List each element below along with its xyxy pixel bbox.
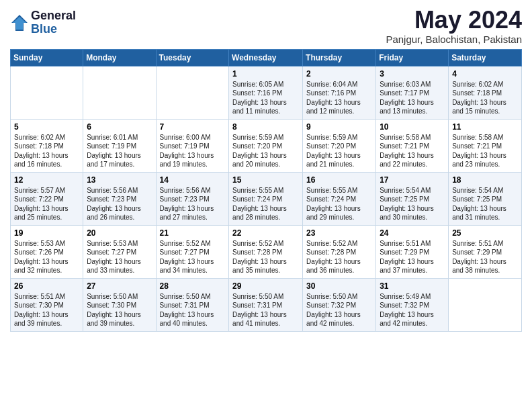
weekday-header-wednesday: Wednesday: [229, 49, 303, 66]
day-number: 9: [306, 122, 372, 132]
calendar-cell: 7Sunrise: 6:00 AM Sunset: 7:19 PM Daylig…: [156, 119, 229, 172]
cell-info: Sunrise: 5:51 AM Sunset: 7:29 PM Dayligh…: [452, 239, 518, 275]
cell-info: Sunrise: 5:56 AM Sunset: 7:23 PM Dayligh…: [87, 186, 152, 222]
cell-info: Sunrise: 5:51 AM Sunset: 7:29 PM Dayligh…: [380, 239, 445, 275]
weekday-header-friday: Friday: [376, 49, 449, 66]
day-number: 21: [160, 228, 226, 238]
day-number: 23: [306, 228, 372, 238]
day-number: 16: [306, 175, 372, 185]
calendar-cell: 22Sunrise: 5:52 AM Sunset: 7:28 PM Dayli…: [229, 225, 303, 278]
calendar-cell: 20Sunrise: 5:53 AM Sunset: 7:27 PM Dayli…: [83, 225, 156, 278]
location: Panjgur, Balochistan, Pakistan: [386, 34, 522, 45]
cell-info: Sunrise: 5:55 AM Sunset: 7:24 PM Dayligh…: [306, 186, 372, 222]
day-number: 12: [14, 175, 79, 185]
weekday-header-tuesday: Tuesday: [156, 49, 229, 66]
cell-info: Sunrise: 5:50 AM Sunset: 7:32 PM Dayligh…: [306, 292, 372, 328]
calendar-cell: 21Sunrise: 5:52 AM Sunset: 7:27 PM Dayli…: [156, 225, 229, 278]
calendar-cell: 14Sunrise: 5:56 AM Sunset: 7:23 PM Dayli…: [156, 172, 229, 225]
cell-info: Sunrise: 6:04 AM Sunset: 7:16 PM Dayligh…: [306, 80, 372, 116]
day-number: 18: [452, 175, 518, 185]
calendar-cell: 16Sunrise: 5:55 AM Sunset: 7:24 PM Dayli…: [303, 172, 376, 225]
cell-info: Sunrise: 5:49 AM Sunset: 7:32 PM Dayligh…: [380, 292, 445, 328]
cell-info: Sunrise: 5:58 AM Sunset: 7:21 PM Dayligh…: [380, 133, 445, 169]
calendar-week-row: 19Sunrise: 5:53 AM Sunset: 7:26 PM Dayli…: [11, 225, 522, 278]
calendar-cell: 30Sunrise: 5:50 AM Sunset: 7:32 PM Dayli…: [303, 278, 376, 331]
calendar-week-row: 12Sunrise: 5:57 AM Sunset: 7:22 PM Dayli…: [11, 172, 522, 225]
cell-info: Sunrise: 6:01 AM Sunset: 7:19 PM Dayligh…: [87, 133, 152, 169]
calendar-cell: 10Sunrise: 5:58 AM Sunset: 7:21 PM Dayli…: [376, 119, 449, 172]
cell-info: Sunrise: 5:52 AM Sunset: 7:28 PM Dayligh…: [306, 239, 372, 275]
calendar-cell: 23Sunrise: 5:52 AM Sunset: 7:28 PM Dayli…: [303, 225, 376, 278]
logo-icon: [10, 13, 29, 32]
day-number: 3: [380, 69, 445, 79]
calendar-cell: 17Sunrise: 5:54 AM Sunset: 7:25 PM Dayli…: [376, 172, 449, 225]
calendar-cell: 9Sunrise: 5:59 AM Sunset: 7:20 PM Daylig…: [303, 119, 376, 172]
weekday-header-row: SundayMondayTuesdayWednesdayThursdayFrid…: [11, 49, 522, 66]
cell-info: Sunrise: 5:53 AM Sunset: 7:27 PM Dayligh…: [87, 239, 152, 275]
calendar-cell: 8Sunrise: 5:59 AM Sunset: 7:20 PM Daylig…: [229, 119, 303, 172]
calendar-cell: [449, 278, 522, 331]
cell-info: Sunrise: 5:59 AM Sunset: 7:20 PM Dayligh…: [306, 133, 372, 169]
cell-info: Sunrise: 5:52 AM Sunset: 7:28 PM Dayligh…: [232, 239, 299, 275]
day-number: 8: [232, 122, 299, 132]
cell-info: Sunrise: 5:59 AM Sunset: 7:20 PM Dayligh…: [232, 133, 299, 169]
calendar-cell: 11Sunrise: 5:58 AM Sunset: 7:21 PM Dayli…: [449, 119, 522, 172]
day-number: 24: [380, 228, 445, 238]
cell-info: Sunrise: 5:57 AM Sunset: 7:22 PM Dayligh…: [14, 186, 79, 222]
calendar-cell: 25Sunrise: 5:51 AM Sunset: 7:29 PM Dayli…: [449, 225, 522, 278]
calendar-cell: 6Sunrise: 6:01 AM Sunset: 7:19 PM Daylig…: [83, 119, 156, 172]
day-number: 30: [306, 281, 372, 291]
calendar-cell: 12Sunrise: 5:57 AM Sunset: 7:22 PM Dayli…: [11, 172, 83, 225]
day-number: 29: [232, 281, 299, 291]
day-number: 1: [232, 69, 299, 79]
day-number: 28: [160, 281, 226, 291]
calendar-cell: 26Sunrise: 5:51 AM Sunset: 7:30 PM Dayli…: [11, 278, 83, 331]
month-title: May 2024: [386, 7, 522, 34]
calendar-cell: 3Sunrise: 6:03 AM Sunset: 7:17 PM Daylig…: [376, 66, 449, 119]
cell-info: Sunrise: 5:54 AM Sunset: 7:25 PM Dayligh…: [452, 186, 518, 222]
cell-info: Sunrise: 6:00 AM Sunset: 7:19 PM Dayligh…: [160, 133, 226, 169]
weekday-header-sunday: Sunday: [11, 49, 83, 66]
calendar-cell: 27Sunrise: 5:50 AM Sunset: 7:30 PM Dayli…: [83, 278, 156, 331]
cell-info: Sunrise: 5:56 AM Sunset: 7:23 PM Dayligh…: [160, 186, 226, 222]
cell-info: Sunrise: 5:54 AM Sunset: 7:25 PM Dayligh…: [380, 186, 445, 222]
calendar-cell: [156, 66, 229, 119]
cell-info: Sunrise: 5:55 AM Sunset: 7:24 PM Dayligh…: [232, 186, 299, 222]
day-number: 26: [14, 281, 79, 291]
day-number: 7: [160, 122, 226, 132]
calendar-header: SundayMondayTuesdayWednesdayThursdayFrid…: [11, 49, 522, 66]
cell-info: Sunrise: 6:05 AM Sunset: 7:16 PM Dayligh…: [232, 80, 299, 116]
logo: General Blue: [10, 9, 76, 36]
day-number: 25: [452, 228, 518, 238]
calendar-cell: 29Sunrise: 5:50 AM Sunset: 7:31 PM Dayli…: [229, 278, 303, 331]
calendar-cell: 28Sunrise: 5:50 AM Sunset: 7:31 PM Dayli…: [156, 278, 229, 331]
cell-info: Sunrise: 5:52 AM Sunset: 7:27 PM Dayligh…: [160, 239, 226, 275]
day-number: 6: [87, 122, 152, 132]
calendar-cell: 19Sunrise: 5:53 AM Sunset: 7:26 PM Dayli…: [11, 225, 83, 278]
day-number: 13: [87, 175, 152, 185]
cell-info: Sunrise: 5:50 AM Sunset: 7:30 PM Dayligh…: [87, 292, 152, 328]
cell-info: Sunrise: 6:03 AM Sunset: 7:17 PM Dayligh…: [380, 80, 445, 116]
day-number: 11: [452, 122, 518, 132]
calendar-cell: 15Sunrise: 5:55 AM Sunset: 7:24 PM Dayli…: [229, 172, 303, 225]
cell-info: Sunrise: 6:02 AM Sunset: 7:18 PM Dayligh…: [14, 133, 79, 169]
day-number: 17: [380, 175, 445, 185]
calendar-week-row: 1Sunrise: 6:05 AM Sunset: 7:16 PM Daylig…: [11, 66, 522, 119]
calendar-cell: 18Sunrise: 5:54 AM Sunset: 7:25 PM Dayli…: [449, 172, 522, 225]
weekday-header-thursday: Thursday: [303, 49, 376, 66]
logo-text: General Blue: [31, 9, 76, 36]
calendar-cell: [83, 66, 156, 119]
cell-info: Sunrise: 5:50 AM Sunset: 7:31 PM Dayligh…: [232, 292, 299, 328]
day-number: 20: [87, 228, 152, 238]
calendar-cell: 13Sunrise: 5:56 AM Sunset: 7:23 PM Dayli…: [83, 172, 156, 225]
day-number: 19: [14, 228, 79, 238]
cell-info: Sunrise: 5:58 AM Sunset: 7:21 PM Dayligh…: [452, 133, 518, 169]
day-number: 4: [452, 69, 518, 79]
calendar-week-row: 5Sunrise: 6:02 AM Sunset: 7:18 PM Daylig…: [11, 119, 522, 172]
cell-info: Sunrise: 6:02 AM Sunset: 7:18 PM Dayligh…: [452, 80, 518, 116]
calendar-cell: [11, 66, 83, 119]
calendar-cell: 24Sunrise: 5:51 AM Sunset: 7:29 PM Dayli…: [376, 225, 449, 278]
day-number: 10: [380, 122, 445, 132]
calendar-cell: 1Sunrise: 6:05 AM Sunset: 7:16 PM Daylig…: [229, 66, 303, 119]
calendar-body: 1Sunrise: 6:05 AM Sunset: 7:16 PM Daylig…: [11, 66, 522, 331]
